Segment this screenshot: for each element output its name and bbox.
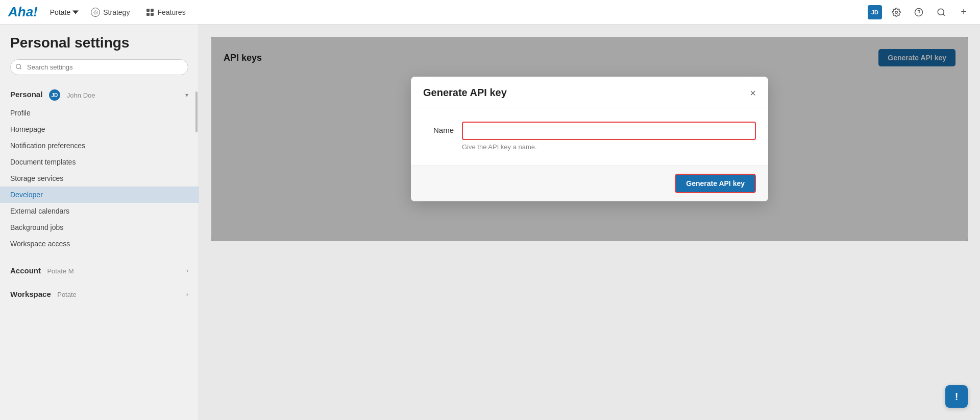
nav-strategy[interactable]: ◎ Strategy bbox=[87, 6, 134, 19]
sidebar: Personal settings Personal JD John Doe bbox=[0, 25, 199, 420]
svg-rect-1 bbox=[151, 9, 154, 12]
sidebar-header: Personal settings bbox=[0, 25, 199, 81]
svg-rect-0 bbox=[146, 9, 150, 12]
personal-section-title: Personal bbox=[10, 90, 42, 99]
page-body: Personal settings Personal JD John Doe bbox=[0, 25, 980, 420]
sidebar-item-external-calendars[interactable]: External calendars bbox=[0, 203, 199, 219]
svg-point-9 bbox=[16, 64, 21, 68]
content-card: API keys Generate API key Generate API k… bbox=[211, 37, 968, 241]
nav-features[interactable]: Features bbox=[142, 6, 189, 18]
account-section-header[interactable]: Account Potate M › bbox=[0, 258, 199, 279]
generate-api-key-modal: Generate API key × Name Give the API key… bbox=[411, 77, 768, 201]
sidebar-item-developer[interactable]: Developer bbox=[0, 186, 199, 203]
workspace-name: Potate bbox=[57, 291, 77, 298]
help-button[interactable] bbox=[911, 4, 927, 20]
top-navigation: Aha! Potate ◎ Strategy Features JD + bbox=[0, 0, 980, 25]
scrollbar-thumb bbox=[195, 91, 198, 132]
target-icon: ◎ bbox=[91, 8, 100, 17]
account-section-title: Account bbox=[10, 266, 41, 275]
svg-rect-3 bbox=[151, 13, 154, 16]
svg-line-8 bbox=[943, 14, 944, 15]
sidebar-item-background-jobs[interactable]: Background jobs bbox=[0, 219, 199, 236]
search-input[interactable] bbox=[10, 59, 188, 75]
search-button[interactable] bbox=[933, 4, 949, 20]
grid-icon bbox=[146, 8, 154, 16]
name-label: Name bbox=[423, 122, 454, 134]
sidebar-item-workspace-access[interactable]: Workspace access bbox=[0, 236, 199, 252]
sidebar-item-profile[interactable]: Profile bbox=[0, 105, 199, 121]
svg-line-10 bbox=[20, 68, 21, 69]
name-input-wrap: Give the API key a name. bbox=[462, 122, 756, 151]
modal-footer: Generate API key bbox=[411, 165, 768, 201]
account-expand-icon[interactable]: › bbox=[186, 267, 188, 274]
personal-user: John Doe bbox=[67, 91, 95, 99]
account-name: Potate M bbox=[47, 267, 74, 275]
sidebar-scroll: Personal JD John Doe ▾ Profile Homepage … bbox=[0, 81, 199, 313]
svg-rect-2 bbox=[146, 13, 150, 16]
modal-title: Generate API key bbox=[423, 87, 507, 99]
modal-header: Generate API key × bbox=[411, 77, 768, 107]
api-key-name-input[interactable] bbox=[462, 122, 756, 140]
sidebar-item-storage-services[interactable]: Storage services bbox=[0, 170, 199, 186]
search-box bbox=[10, 59, 188, 75]
modal-overlay: Generate API key × Name Give the API key… bbox=[211, 37, 968, 241]
user-avatar[interactable]: JD bbox=[868, 5, 882, 19]
page-title: Personal settings bbox=[10, 35, 188, 51]
main-content: API keys Generate API key Generate API k… bbox=[199, 25, 980, 420]
personal-collapse-icon[interactable]: ▾ bbox=[185, 91, 188, 99]
svg-point-7 bbox=[938, 9, 944, 15]
workspace-section-title: Workspace bbox=[10, 290, 51, 298]
chevron-down-icon bbox=[72, 9, 79, 15]
svg-point-4 bbox=[895, 11, 898, 13]
app-logo[interactable]: Aha! bbox=[8, 4, 38, 20]
workspace-selector[interactable]: Potate bbox=[50, 8, 79, 16]
personal-avatar: JD bbox=[49, 89, 60, 101]
feedback-button[interactable]: ! bbox=[945, 385, 968, 408]
workspace-name: Potate bbox=[50, 8, 70, 16]
sidebar-item-notification-preferences[interactable]: Notification preferences bbox=[0, 137, 199, 154]
personal-section-header[interactable]: Personal JD John Doe ▾ bbox=[0, 81, 199, 105]
sidebar-scroll-wrapper: Personal JD John Doe ▾ Profile Homepage … bbox=[0, 81, 199, 420]
add-button[interactable]: + bbox=[955, 4, 972, 20]
sidebar-item-document-templates[interactable]: Document templates bbox=[0, 154, 199, 170]
workspace-expand-icon[interactable]: › bbox=[186, 291, 188, 298]
nav-right-actions: JD + bbox=[868, 4, 972, 20]
modal-close-button[interactable]: × bbox=[750, 88, 756, 98]
modal-body: Name Give the API key a name. bbox=[411, 107, 768, 165]
name-hint: Give the API key a name. bbox=[462, 143, 756, 151]
name-field-row: Name Give the API key a name. bbox=[423, 122, 756, 151]
search-icon bbox=[15, 63, 22, 72]
personal-nav-list: Profile Homepage Notification preference… bbox=[0, 105, 199, 252]
settings-button[interactable] bbox=[888, 4, 904, 20]
workspace-section-header[interactable]: Workspace Potate › bbox=[0, 282, 199, 303]
modal-generate-api-key-button[interactable]: Generate API key bbox=[675, 174, 756, 193]
sidebar-item-homepage[interactable]: Homepage bbox=[0, 121, 199, 137]
